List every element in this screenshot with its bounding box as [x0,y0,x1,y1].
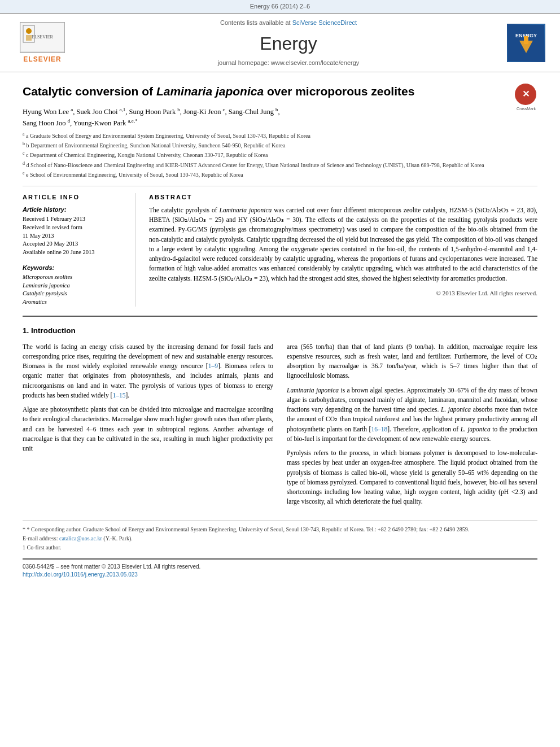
body-two-col: The world is facing an energy crisis cau… [23,342,537,512]
bottom-bar: 0360-5442/$ – see front matter © 2013 El… [23,558,537,579]
footnotes-block: * * Corresponding author. Graduate Schoo… [23,521,537,552]
keyword-1: Microporous zeolites [23,273,126,282]
journal-header: ELSEVIER ELSEVIER Contents lists availab… [0,13,560,72]
body-col-left: The world is facing an energy crisis cau… [23,342,273,512]
keyword-3: Catalytic pyrolysis [23,290,126,298]
body-para-2: Algae are photosynthetic plants that can… [23,405,273,453]
title-row: Catalytic conversion of Laminaria japoni… [23,84,537,106]
body-col-right: area (565 ton/ha) than that of land plan… [287,342,537,512]
title-text-before: Catalytic conversion of [23,85,156,98]
body-section-1: 1. Introduction The world is facing an e… [23,326,537,512]
affiliation-b: b b Department of Environmental Engineer… [23,141,537,150]
crossmark-icon: ✕ [515,84,536,105]
history-label: Article history: [23,206,126,214]
keywords-block: Keywords: Microporous zeolites Laminaria… [23,264,126,307]
online-date: Available online 20 June 2013 [23,248,126,257]
article-title: Catalytic conversion of Laminaria japoni… [23,84,414,99]
sciverse-link[interactable]: SciVerse ScienceDirect [292,19,357,26]
authors-line: Hyung Won Lee a, Suek Joo Choi a,1, Sung… [23,106,537,129]
article-info-heading: ARTICLE INFO [23,193,126,202]
article-info-abstract: ARTICLE INFO Article history: Received 1… [23,193,537,306]
sciverse-contents-bar: Contents lists available at SciVerse Sci… [79,19,498,27]
homepage-label: journal homepage: www.elsevier.com/locat… [218,59,360,66]
journal-name: Energy [79,31,498,56]
abstract-column: ABSTRACT The catalytic pyrolysis of Lami… [149,193,537,306]
keyword-4: Aromatics [23,298,126,307]
affiliation-d: d d School of Nano-Bioscience and Chemic… [23,160,537,169]
contents-label: Contents lists available at [220,19,292,26]
cofirst-footnote: 1 Co-first author. [23,544,537,552]
abstract-heading: ABSTRACT [149,193,537,202]
title-text-after: over microporous zeolites [264,85,414,98]
elsevier-logo: ELSEVIER ELSEVIER [20,22,65,64]
accepted-date: Accepted 20 May 2013 [23,240,126,248]
journal-homepage: journal homepage: www.elsevier.com/locat… [79,59,498,67]
affiliations-block: a a Graduate School of Energy and Enviro… [23,131,537,180]
svg-point-3 [26,28,32,34]
elsevier-logo-image: ELSEVIER [20,22,65,53]
star-footnote: * * Corresponding author. Graduate Schoo… [23,526,537,534]
energy-logo: ENERGY [507,24,545,62]
body-para-3: area (565 ton/ha) than that of land plan… [287,342,537,381]
svg-rect-8 [524,36,528,44]
divider-1 [23,186,537,186]
elsevier-brand-text: ELSEVIER [23,55,61,64]
abstract-text: The catalytic pyrolysis of Laminaria jap… [149,206,537,283]
revised-date: Received in revised form11 May 2013 [23,224,126,240]
email-link[interactable]: catalica@uos.ac.kr [59,535,102,541]
article-history-block: Article history: Received 1 February 201… [23,206,126,257]
article-info-column: ARTICLE INFO Article history: Received 1… [23,193,135,306]
received-date: Received 1 February 2013 [23,215,126,224]
energy-logo-area: ENERGY [504,24,549,62]
email-name: (Y.-K. Park). [103,535,132,541]
affiliation-a: a a Graduate School of Energy and Enviro… [23,131,537,140]
doi-line: http://dx.doi.org/10.1016/j.energy.2013.… [23,571,537,579]
issn-line: 0360-5442/$ – see front matter © 2013 El… [23,563,537,571]
copyright-notice: © 2013 Elsevier Ltd. All rights reserved… [149,289,537,298]
email-label: E-mail address: [23,535,58,541]
publisher-logo-area: ELSEVIER ELSEVIER [11,22,73,64]
crossmark-badge: ✕ CrossMark [515,84,537,106]
divider-thick [23,316,537,317]
journal-volume-label: Energy 66 (2014) 2–6 [250,3,310,10]
journal-info-bar: Energy 66 (2014) 2–6 [0,0,560,13]
crossmark-label: CrossMark [515,106,537,112]
body-para-5: Pyrolysis refers to the process, in whic… [287,448,537,507]
article-container: Catalytic conversion of Laminaria japoni… [0,72,560,590]
svg-rect-4 [26,35,32,41]
body-para-1: The world is facing an energy crisis cau… [23,342,273,401]
svg-text:ELSEVIER: ELSEVIER [32,34,53,40]
section-1-title: 1. Introduction [23,326,537,337]
doi-link[interactable]: http://dx.doi.org/10.1016/j.energy.2013.… [23,571,138,578]
keywords-label: Keywords: [23,264,126,272]
affiliation-e: e e School of Environmental Engineering,… [23,170,537,179]
journal-title-area: Contents lists available at SciVerse Sci… [79,19,498,67]
title-italic: Laminaria japonica [156,85,264,98]
body-para-4: Laminaria japonica is a brown algal spec… [287,386,537,444]
keyword-2: Laminaria japonica [23,282,126,290]
affiliation-c: c c Department of Chemical Engineering, … [23,150,537,159]
email-footnote: E-mail address: catalica@uos.ac.kr (Y.-K… [23,535,537,543]
